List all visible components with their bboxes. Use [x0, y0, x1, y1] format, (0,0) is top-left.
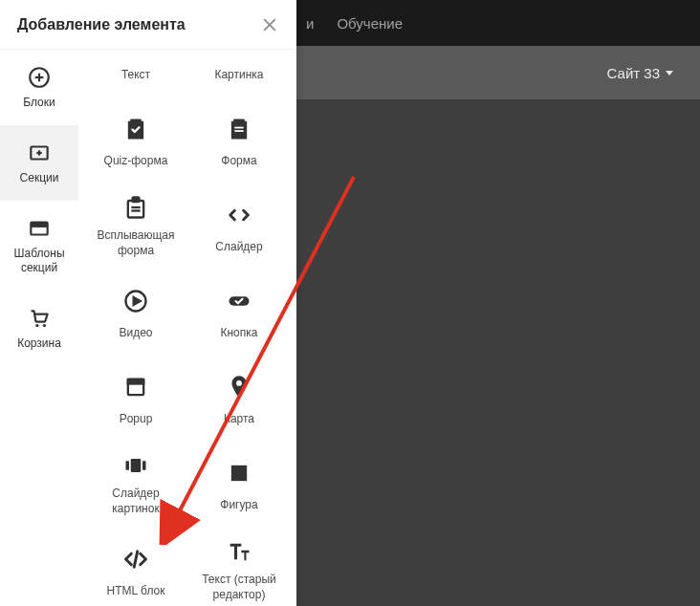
section-plus-icon: [27, 141, 52, 165]
slider-icon: [226, 202, 252, 228]
element-label: Всплывающая форма: [88, 228, 184, 258]
element-button[interactable]: Кнопка: [187, 270, 291, 356]
svg-rect-27: [231, 465, 247, 481]
element-quiz[interactable]: Quiz-форма: [84, 97, 187, 184]
sidebar-tab-label: Секции: [20, 171, 59, 185]
element-label: Форма: [221, 154, 256, 169]
svg-marker-19: [134, 297, 141, 305]
add-element-panel: Добавление элемента Блоки Секции Шаблоны…: [0, 0, 296, 606]
sidebar-tab-templates[interactable]: Шаблоны секций: [0, 201, 78, 291]
panel-title: Добавление элемента: [17, 16, 186, 33]
element-popup-form[interactable]: Всплывающая форма: [84, 184, 187, 270]
template-icon: [27, 216, 52, 241]
element-label: Текст: [121, 68, 150, 83]
element-label: Фигура: [220, 498, 257, 513]
svg-point-23: [236, 380, 242, 386]
panel-body: Блоки Секции Шаблоны секций Корзина Текс…: [0, 50, 296, 606]
close-button[interactable]: [260, 15, 279, 34]
clipboard-icon: [226, 116, 252, 142]
svg-rect-24: [131, 459, 142, 472]
square-icon: [226, 460, 252, 487]
sidebar-tab-sections[interactable]: Секции: [0, 125, 78, 201]
element-map[interactable]: Карта: [187, 356, 291, 442]
element-label: Карта: [224, 412, 254, 427]
svg-rect-15: [133, 198, 140, 203]
element-label: Слайдер: [215, 240, 262, 255]
sidebar-tab-label: Шаблоны секций: [6, 247, 73, 275]
svg-rect-13: [234, 130, 243, 132]
clipboard-check-icon: [122, 116, 149, 142]
plus-circle-icon: [27, 65, 52, 90]
window-icon: [122, 374, 149, 400]
svg-rect-25: [126, 462, 130, 470]
element-video[interactable]: Видео: [84, 270, 187, 356]
sidebar-tab-blocks[interactable]: Блоки: [0, 50, 78, 125]
carousel-icon: [122, 452, 149, 479]
svg-point-11: [43, 324, 46, 327]
svg-point-10: [35, 324, 38, 327]
element-text[interactable]: Текст: [84, 54, 187, 97]
close-icon: [260, 15, 279, 34]
sidebar-tab-label: Корзина: [17, 336, 61, 351]
site-selector-label: Сайт 33: [607, 65, 660, 81]
nav-training[interactable]: Обучение: [337, 15, 403, 32]
play-circle-icon: [122, 288, 149, 314]
element-form[interactable]: Форма: [187, 97, 291, 184]
element-text-old[interactable]: Текст (старый редактор): [187, 528, 291, 606]
clipboard-popup-icon: [122, 194, 149, 221]
svg-line-28: [134, 552, 138, 567]
element-label: HTML блок: [107, 584, 165, 599]
svg-rect-9: [31, 223, 47, 227]
panel-header: Добавление элемента: [0, 0, 296, 50]
element-label: Quiz-форма: [104, 154, 168, 169]
chevron-down-icon: [666, 71, 673, 76]
svg-rect-12: [234, 127, 243, 129]
element-html-block[interactable]: HTML блок: [84, 528, 187, 606]
sidebar-tab-label: Блоки: [23, 96, 55, 110]
main-area: Сайт 33: [296, 46, 700, 606]
svg-rect-26: [142, 462, 146, 470]
element-label: Видео: [119, 326, 152, 341]
pin-icon: [226, 374, 252, 400]
nav-cut-item[interactable]: и: [306, 15, 314, 32]
element-label: Кнопка: [221, 326, 258, 341]
code-icon: [122, 546, 149, 573]
elements-grid: Текст Картинка Quiz-форма Форма Всплываю…: [78, 50, 296, 606]
svg-rect-14: [128, 201, 143, 218]
element-label: Popup: [120, 412, 153, 427]
site-selector[interactable]: Сайт 33: [296, 46, 700, 99]
cart-icon: [27, 306, 52, 331]
element-slider[interactable]: Слайдер: [187, 184, 291, 270]
element-popup[interactable]: Popup: [84, 356, 187, 442]
element-figure[interactable]: Фигура: [187, 442, 291, 528]
element-label: Картинка: [214, 68, 263, 83]
element-label: Слайдер картинок: [88, 487, 184, 516]
sidebar-tab-trash[interactable]: Корзина: [0, 291, 78, 366]
svg-rect-22: [128, 379, 143, 384]
sidebar-tabs: Блоки Секции Шаблоны секций Корзина: [0, 50, 78, 606]
element-image-slider[interactable]: Слайдер картинок: [84, 442, 187, 528]
element-image[interactable]: Картинка: [187, 54, 291, 97]
element-label: Текст (старый редактор): [191, 573, 287, 602]
text-icon: [226, 538, 252, 565]
button-icon: [226, 288, 252, 314]
